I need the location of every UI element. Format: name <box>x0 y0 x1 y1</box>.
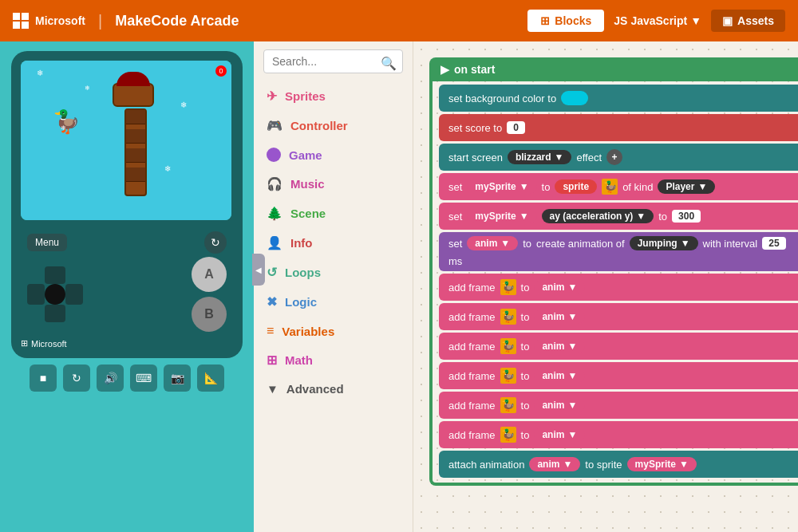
anim-ref-5[interactable]: anim▼ <box>534 398 585 412</box>
anim-ref-1[interactable]: anim▼ <box>534 280 585 294</box>
ay-dropdown[interactable]: ay (acceleration y) ▼ <box>542 209 654 223</box>
category-info[interactable]: 👤 Info <box>254 228 413 258</box>
dpad-area: A B <box>21 257 233 338</box>
category-scene[interactable]: 🌲 Scene <box>254 199 413 228</box>
block-start-screen[interactable]: start screen blizzard ▼ effect + <box>439 144 798 171</box>
ms-label: ms <box>448 255 462 267</box>
game-label: Game <box>289 148 322 162</box>
attach-label: attach animation <box>448 459 524 471</box>
mysprite-var2[interactable]: mySprite ▼ <box>467 209 536 223</box>
game-device: 0 🦆 ❄ ❄ ❄ <box>11 51 243 358</box>
tab-javascript[interactable]: JS JavaScript ▼ <box>607 10 708 32</box>
variables-icon: ≡ <box>267 324 274 338</box>
interval-value[interactable]: 25 <box>762 237 785 250</box>
category-controller[interactable]: 🎮 Controller <box>254 111 413 140</box>
set-label-3: set <box>448 238 462 250</box>
main-area: 0 🦆 ❄ ❄ ❄ <box>0 41 798 532</box>
to-label-f4: to <box>521 370 530 382</box>
add-frame-3[interactable]: add frame 🦆 to anim▼ <box>439 333 798 360</box>
ms-logo: Microsoft <box>13 13 85 29</box>
game-background: 0 🦆 ❄ ❄ ❄ <box>21 61 231 220</box>
sprite-type[interactable]: sprite <box>555 179 597 194</box>
loops-icon: ↺ <box>267 265 277 280</box>
a-button[interactable]: A <box>192 257 227 292</box>
blizzard-dropdown[interactable]: blizzard ▼ <box>508 150 572 164</box>
add-frame-1[interactable]: add frame 🦆 to anim▼ <box>439 274 798 301</box>
keyboard-button[interactable]: ⌨ <box>130 365 157 392</box>
set-label-2: set <box>448 211 462 223</box>
add-frame-2[interactable]: add frame 🦆 to anim▼ <box>439 303 798 330</box>
mute-button[interactable]: 🔊 <box>97 365 124 392</box>
ay-value[interactable]: 300 <box>672 210 701 223</box>
anim-var[interactable]: anim ▼ <box>467 236 518 250</box>
dpad-right[interactable] <box>65 284 83 305</box>
dpad-up[interactable] <box>45 266 65 284</box>
tab-assets[interactable]: ▣ Assets <box>711 10 785 32</box>
stop-button[interactable]: ■ <box>30 365 57 392</box>
b-button[interactable]: B <box>192 297 227 332</box>
restart-button[interactable]: ↻ <box>63 365 90 392</box>
add-frame-6[interactable]: add frame 🦆 to anim▼ <box>439 421 798 448</box>
add-frame-label-1: add frame <box>448 282 496 294</box>
sprite-label: sprite <box>563 181 589 192</box>
debug-button[interactable]: 📐 <box>197 365 224 392</box>
block-set-ay[interactable]: set mySprite ▼ ay (acceleration y) ▼ to … <box>439 203 798 230</box>
frame-img-1[interactable]: 🦆 <box>500 279 516 295</box>
add-frame-5[interactable]: add frame 🦆 to anim▼ <box>439 392 798 419</box>
frame-img-2[interactable]: 🦆 <box>500 309 516 325</box>
anim-ref-4[interactable]: anim▼ <box>534 368 585 383</box>
advanced-section[interactable]: ▼ Advanced <box>254 375 413 403</box>
frame-img-4[interactable]: 🦆 <box>500 368 516 384</box>
player-dropdown[interactable]: Player ▼ <box>658 179 715 194</box>
frame-img-3[interactable]: 🦆 <box>500 338 516 354</box>
category-music[interactable]: 🎧 Music <box>254 169 413 199</box>
block-attach-anim[interactable]: attach animation anim ▼ to sprite mySpri… <box>439 451 798 478</box>
category-variables[interactable]: ≡ Variables <box>254 317 413 345</box>
category-loops[interactable]: ↺ Loops <box>254 258 413 287</box>
create-anim-label: create animation of <box>536 238 625 250</box>
refresh-button[interactable]: ↻ <box>204 231 227 254</box>
mysprite-var[interactable]: mySprite ▼ <box>467 179 536 194</box>
block-set-bg-color[interactable]: set background color to <box>439 85 798 112</box>
app-title: MakeCode Arcade <box>115 13 239 30</box>
score-value[interactable]: 0 <box>507 121 525 134</box>
block-set-score[interactable]: set score to 0 <box>439 114 798 141</box>
category-game[interactable]: Game <box>254 140 413 169</box>
battery-indicator: 0 <box>215 65 227 77</box>
of-kind-label: of kind <box>622 181 653 193</box>
math-label: Math <box>285 353 313 367</box>
tab-blocks[interactable]: ⊞ Blocks <box>527 10 604 32</box>
game-controls-row: Menu ↻ <box>21 228 233 257</box>
mysprite-label: mySprite <box>475 181 516 192</box>
category-logic[interactable]: ✖ Logic <box>254 287 413 317</box>
on-start-label: on start <box>454 63 495 76</box>
chevron-icon4: ▼ <box>519 211 529 222</box>
color-picker-toggle[interactable] <box>561 91 588 105</box>
dpad-left[interactable] <box>27 284 45 305</box>
anim-ref-2[interactable]: anim▼ <box>534 309 585 324</box>
to-label-2: to <box>658 211 667 223</box>
attach-sprite-var[interactable]: mySprite ▼ <box>627 457 697 471</box>
anim-ref-3[interactable]: anim▼ <box>534 339 585 353</box>
add-frame-4[interactable]: add frame 🦆 to anim▼ <box>439 362 798 389</box>
dpad-down[interactable] <box>45 305 65 322</box>
category-sprites[interactable]: ✈ Sprites <box>254 81 413 111</box>
frame-img-5[interactable]: 🦆 <box>500 397 516 413</box>
on-start-body: set background color to set score to 0 s… <box>429 81 798 486</box>
menu-button[interactable]: Menu <box>27 234 67 251</box>
block-create-anim[interactable]: set anim ▼ to create animation of Jumpin… <box>439 232 798 271</box>
logic-icon: ✖ <box>267 294 277 309</box>
blocks-area[interactable]: ▶ on start set background color to set s… <box>413 41 798 532</box>
attach-anim-var[interactable]: anim ▼ <box>529 457 580 471</box>
js-label: JavaScript <box>630 14 687 27</box>
add-effect-button[interactable]: + <box>606 149 622 165</box>
anim-ref-6[interactable]: anim▼ <box>534 428 585 442</box>
sprite-image[interactable]: 🦆 <box>602 179 618 195</box>
screenshot-button[interactable]: 📷 <box>164 365 191 392</box>
jumping-dropdown[interactable]: Jumping ▼ <box>630 236 698 250</box>
on-start-header[interactable]: ▶ on start <box>429 57 798 81</box>
category-math[interactable]: ⊞ Math <box>254 345 413 375</box>
collapse-panel-button[interactable]: ◀ <box>252 254 265 286</box>
frame-img-6[interactable]: 🦆 <box>500 427 516 443</box>
block-set-sprite[interactable]: set mySprite ▼ to sprite 🦆 of kind Playe… <box>439 173 798 200</box>
